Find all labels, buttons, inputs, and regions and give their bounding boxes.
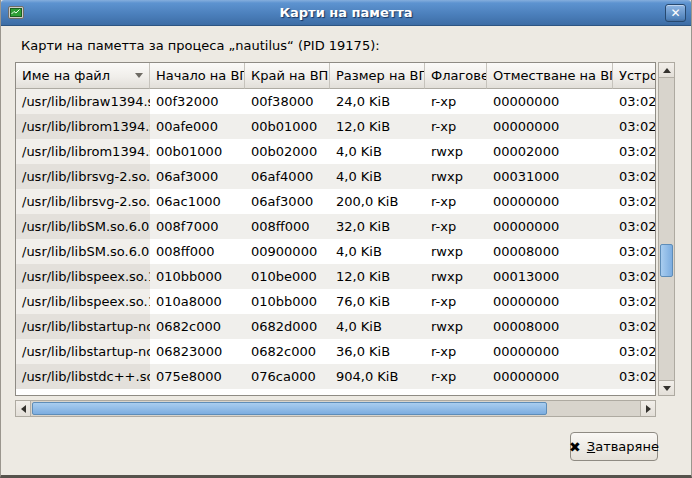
column-header-end[interactable]: Край на ВП — [245, 63, 330, 89]
memory-maps-description-label: Карти на паметта за процеса „nautilus“ (… — [21, 38, 380, 53]
titlebar[interactable]: Карти на паметта ✕ — [1, 0, 691, 26]
cell-flags: rwxp — [425, 139, 487, 164]
close-button-label: Затваряне — [587, 439, 659, 454]
cell-device: 03:02 — [613, 114, 655, 139]
cell-offset: 00000000 — [487, 364, 613, 389]
cell-flags: r-xp — [425, 289, 487, 314]
table-row[interactable]: /usr/lib/libspeex.so.1010a8000010bb00076… — [16, 289, 655, 314]
table-body: /usr/lib/libraw1394.so00f3200000f3800024… — [16, 89, 655, 389]
cell-end: 06af4000 — [245, 164, 330, 189]
column-header-offset[interactable]: Отместване на ВП — [487, 63, 613, 89]
cell-file: /usr/lib/libspeex.so.1 — [16, 289, 150, 314]
cell-offset: 00000000 — [487, 289, 613, 314]
cell-end: 010bb000 — [245, 289, 330, 314]
column-header-flags[interactable]: Флагове — [425, 63, 487, 89]
column-header-start[interactable]: Начало на ВП — [150, 63, 245, 89]
cell-start: 06ac1000 — [150, 189, 245, 214]
memory-maps-table: Име на файлНачало на ВПКрай на ВПРазмер … — [15, 62, 656, 396]
cell-device: 03:02 — [613, 364, 655, 389]
column-header-label: Край на ВП — [251, 68, 328, 83]
cell-size: 36,0 KiB — [330, 339, 425, 364]
arrow-down-icon — [663, 386, 671, 391]
table-row[interactable]: /usr/lib/libraw1394.so00f3200000f3800024… — [16, 89, 655, 114]
cell-flags: r-xp — [425, 189, 487, 214]
cell-flags: r-xp — [425, 214, 487, 239]
cell-flags: rwxp — [425, 164, 487, 189]
table-row[interactable]: /usr/lib/libSM.so.6.0.0008ff000009000004… — [16, 239, 655, 264]
cell-start: 008ff000 — [150, 239, 245, 264]
cell-end: 06af3000 — [245, 189, 330, 214]
column-header-label: Размер на ВП — [336, 68, 425, 83]
cell-flags: r-xp — [425, 89, 487, 114]
cell-start: 06823000 — [150, 339, 245, 364]
arrow-left-icon — [21, 405, 26, 413]
table-row[interactable]: /usr/lib/libstartup-not0682c0000682d0004… — [16, 314, 655, 339]
close-button[interactable]: ✖ Затваряне — [570, 432, 658, 461]
cell-start: 00b01000 — [150, 139, 245, 164]
cell-offset: 00000000 — [487, 189, 613, 214]
scroll-left-button[interactable] — [16, 401, 31, 416]
table-row[interactable]: /usr/lib/librom1394.so00b0100000b020004,… — [16, 139, 655, 164]
table-row[interactable]: /usr/lib/libspeex.so.1010bb000010be00012… — [16, 264, 655, 289]
arrow-up-icon — [663, 68, 671, 73]
cell-flags: r-xp — [425, 339, 487, 364]
cell-flags: rwxp — [425, 239, 487, 264]
cell-file: /usr/lib/libstartup-not — [16, 314, 150, 339]
cell-start: 0682c000 — [150, 314, 245, 339]
table-row[interactable]: /usr/lib/librsvg-2.so.206ac100006af30002… — [16, 189, 655, 214]
cell-start: 008f7000 — [150, 214, 245, 239]
vertical-scrollbar[interactable] — [658, 62, 675, 396]
cell-offset: 00008000 — [487, 239, 613, 264]
vertical-scrollbar-thumb[interactable] — [660, 244, 673, 277]
system-monitor-icon[interactable] — [7, 4, 25, 22]
cell-end: 0682c000 — [245, 339, 330, 364]
table-row[interactable]: /usr/lib/libstartup-not068230000682c0003… — [16, 339, 655, 364]
column-header-device[interactable]: Устройство — [613, 63, 655, 89]
scroll-right-button[interactable] — [640, 401, 655, 416]
cell-size: 12,0 KiB — [330, 264, 425, 289]
cell-end: 00b01000 — [245, 114, 330, 139]
cell-device: 03:02 — [613, 139, 655, 164]
cell-device: 03:02 — [613, 289, 655, 314]
cell-end: 010be000 — [245, 264, 330, 289]
cell-flags: rwxp — [425, 314, 487, 339]
cell-device: 03:02 — [613, 264, 655, 289]
horizontal-scrollbar-thumb[interactable] — [32, 402, 547, 415]
cell-size: 4,0 KiB — [330, 314, 425, 339]
table-row[interactable]: /usr/lib/libSM.so.6.0.0008f7000008ff0003… — [16, 214, 655, 239]
cell-file: /usr/lib/libSM.so.6.0.0 — [16, 239, 150, 264]
scroll-down-button[interactable] — [659, 380, 674, 395]
cell-start: 010bb000 — [150, 264, 245, 289]
column-header-size[interactable]: Размер на ВП — [330, 63, 425, 89]
table-row[interactable]: /usr/lib/librsvg-2.so.206af300006af40004… — [16, 164, 655, 189]
cell-size: 4,0 KiB — [330, 164, 425, 189]
window-close-button[interactable]: ✕ — [665, 4, 686, 22]
cell-file: /usr/lib/librsvg-2.so.2 — [16, 189, 150, 214]
cell-end: 00900000 — [245, 239, 330, 264]
close-x-icon: ✖ — [569, 440, 581, 454]
cell-device: 03:02 — [613, 189, 655, 214]
table-row[interactable]: /usr/lib/librom1394.so00afe00000b0100012… — [16, 114, 655, 139]
scroll-up-button[interactable] — [659, 63, 674, 78]
cell-offset: 00031000 — [487, 164, 613, 189]
cell-offset: 00008000 — [487, 314, 613, 339]
cell-flags: r-xp — [425, 114, 487, 139]
table-row[interactable]: /usr/lib/libstdc++.so.075e8000076ca00090… — [16, 364, 655, 389]
cell-offset: 00000000 — [487, 214, 613, 239]
cell-end: 076ca000 — [245, 364, 330, 389]
cell-offset: 00000000 — [487, 89, 613, 114]
cell-device: 03:02 — [613, 164, 655, 189]
cell-end: 00f38000 — [245, 89, 330, 114]
cell-start: 075e8000 — [150, 364, 245, 389]
cell-device: 03:02 — [613, 239, 655, 264]
table-header: Име на файлНачало на ВПКрай на ВПРазмер … — [16, 63, 655, 89]
cell-device: 03:02 — [613, 89, 655, 114]
cell-file: /usr/lib/libstdc++.so. — [16, 364, 150, 389]
horizontal-scrollbar[interactable] — [15, 400, 656, 417]
window-title: Карти на паметта — [31, 0, 661, 26]
cell-offset: 00013000 — [487, 264, 613, 289]
column-header-label: Устройство — [619, 68, 655, 83]
cell-end: 0682d000 — [245, 314, 330, 339]
column-header-label: Име на файл — [22, 68, 110, 83]
column-header-file[interactable]: Име на файл — [16, 63, 150, 89]
